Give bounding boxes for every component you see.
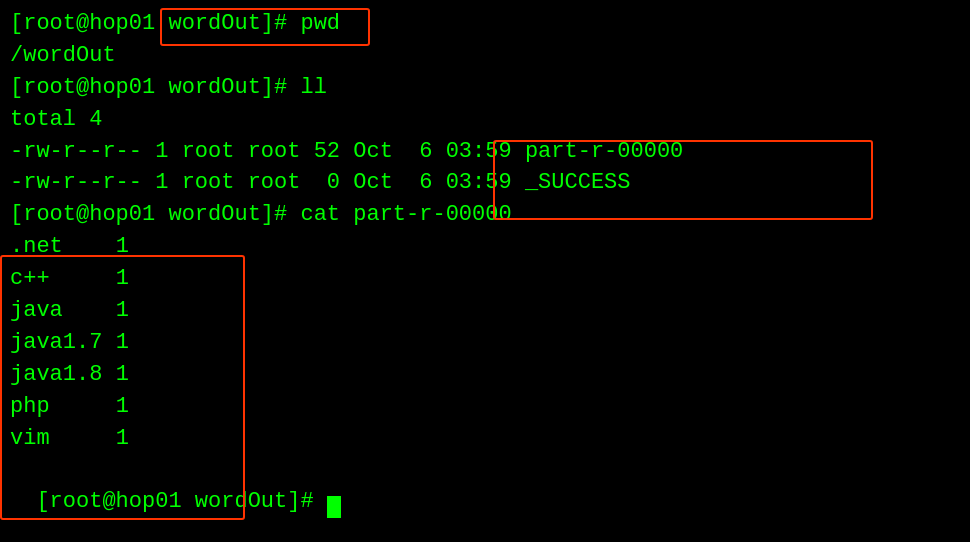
terminal-cursor xyxy=(327,496,341,518)
terminal-line-14: vim 1 xyxy=(10,423,960,455)
terminal-line-9: c++ 1 xyxy=(10,263,960,295)
terminal-line-6: -rw-r--r-- 1 root root 0 Oct 6 03:59 _SU… xyxy=(10,167,960,199)
terminal-line-1: [root@hop01 wordOut]# pwd xyxy=(10,8,960,40)
terminal-line-2: /wordOut xyxy=(10,40,960,72)
terminal-line-8: .net 1 xyxy=(10,231,960,263)
terminal-line-12: java1.8 1 xyxy=(10,359,960,391)
terminal-line-7: [root@hop01 wordOut]# cat part-r-00000 xyxy=(10,199,960,231)
terminal-line-10: java 1 xyxy=(10,295,960,327)
terminal-line-3: [root@hop01 wordOut]# ll xyxy=(10,72,960,104)
terminal-line-5: -rw-r--r-- 1 root root 52 Oct 6 03:59 pa… xyxy=(10,136,960,168)
terminal-line-4: total 4 xyxy=(10,104,960,136)
terminal-line-15: [root@hop01 wordOut]# xyxy=(10,454,960,518)
terminal-line-13: php 1 xyxy=(10,391,960,423)
terminal-line-11: java1.7 1 xyxy=(10,327,960,359)
prompt-text: [root@hop01 wordOut]# xyxy=(36,489,326,514)
